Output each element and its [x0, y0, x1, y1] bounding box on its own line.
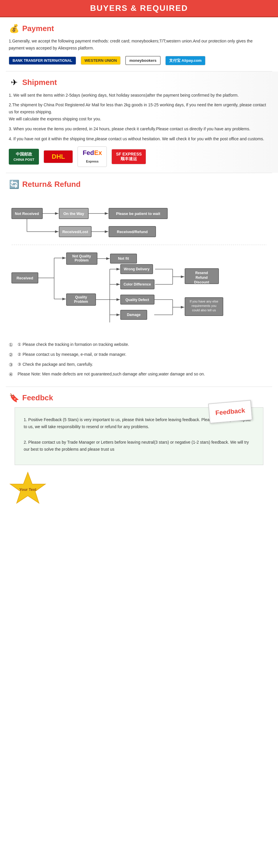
- payment-section: 💰 Payment 1.Generally, we accept the fol…: [0, 17, 278, 71]
- payment-icon: 💰: [9, 23, 19, 34]
- feedback-para-2: 2. Please contact us by Trade Manager or…: [24, 439, 254, 453]
- return-notes: ① ① Please check the tracking in formati…: [9, 341, 269, 378]
- svg-text:Received/Lost: Received/Lost: [62, 229, 89, 234]
- svg-text:Problem: Problem: [74, 300, 88, 304]
- payment-description: 1.Generally, we accept the following pay…: [9, 38, 269, 52]
- svg-text:Quality: Quality: [75, 295, 87, 299]
- moneybookers-logo: moneybookers: [125, 56, 160, 65]
- svg-text:Wrong Delivery: Wrong Delivery: [124, 267, 149, 271]
- star-badge-row: Your Text: [9, 471, 269, 509]
- svg-text:If you have any else: If you have any else: [189, 300, 218, 303]
- svg-text:Please be patient to wait: Please be patient to wait: [116, 211, 161, 216]
- svg-text:Quality Defect: Quality Defect: [126, 298, 149, 302]
- shipping-logos-row: 中国邮政CHINA POST DHL FedExExpress SF EXPRE…: [9, 147, 269, 167]
- feedback-heading: Feedbck: [22, 393, 53, 402]
- star-badge: Your Text: [9, 471, 47, 509]
- flowchart-wrapper: Not Received On the Way Please be patien…: [9, 193, 269, 335]
- shipment-section: ✈ Shipment 1. We will sent the items wit…: [0, 71, 278, 173]
- shipment-para-1: 1. We will sent the items within 2-5days…: [9, 92, 269, 99]
- svg-text:Damage: Damage: [127, 313, 141, 317]
- return-title-row: 🔄 Return& Refund: [9, 179, 269, 189]
- fedex-logo: FedExExpress: [77, 147, 107, 167]
- note-item-1: ① ① Please check the tracking in formati…: [9, 341, 269, 349]
- alipay-logo: 支付宝 Alipay.com: [165, 56, 205, 65]
- note-item-3: ③ ③ Check the package and Item, carefull…: [9, 361, 269, 369]
- return-refund-section: 🔄 Return& Refund Not Received On the Way: [0, 173, 278, 386]
- shipment-para-3: 3. When you receive the items you ordere…: [9, 126, 269, 133]
- note-item-2: ② ② Please contact us by meesage, e-mail…: [9, 351, 269, 359]
- return-icon: 🔄: [9, 179, 19, 189]
- feedback-icon: 🔖: [9, 393, 19, 403]
- header-title: BUYERS & REQUIRED: [0, 3, 278, 13]
- svg-text:Discount: Discount: [194, 280, 209, 284]
- shipment-para-4: 4. If you have not got it within the shi…: [9, 135, 269, 143]
- feedback-content: Feedback 1. Positive Feedback (5 Stars) …: [14, 407, 264, 465]
- svg-text:Received/Refund: Received/Refund: [117, 229, 148, 234]
- shipment-title-row: ✈ Shipment: [9, 77, 269, 88]
- note-item-4: ④ Please Note: Men made defects are not …: [9, 371, 269, 378]
- svg-text:Not Received: Not Received: [15, 211, 39, 216]
- bank-transfer-logo: BANK TRANSFER INTERNATIONAL: [9, 57, 76, 65]
- shipment-para-2: 2.The shipment by China Post Registered …: [9, 102, 269, 122]
- feedback-note: Feedback: [208, 400, 252, 424]
- svg-text:Not Quality: Not Quality: [72, 254, 91, 258]
- flowchart-svg: Not Received On the Way Please be patien…: [9, 193, 269, 334]
- svg-text:Problem: Problem: [75, 258, 89, 262]
- svg-text:Refund: Refund: [196, 276, 207, 280]
- svg-text:requirements you: requirements you: [192, 304, 216, 308]
- dhl-logo: DHL: [44, 150, 73, 163]
- feedback-section: 🔖 Feedbck Feedback 1. Positive Feedback …: [0, 387, 278, 515]
- svg-text:Color Difference: Color Difference: [124, 282, 151, 286]
- svg-text:On the Way: On the Way: [63, 211, 84, 216]
- china-post-logo: 中国邮政CHINA POST: [9, 149, 39, 164]
- svg-text:Received: Received: [16, 276, 33, 280]
- payment-logos-row: BANK TRANSFER INTERNATIONAL WESTERN UNIO…: [9, 56, 269, 65]
- shipment-icon: ✈: [9, 77, 19, 88]
- svg-text:Resend: Resend: [195, 271, 208, 275]
- shipment-heading: Shipment: [22, 78, 57, 87]
- svg-text:Your Text: Your Text: [19, 487, 37, 492]
- star-svg: Your Text: [9, 471, 47, 509]
- payment-title-row: 💰 Payment: [9, 23, 269, 34]
- header-banner: BUYERS & REQUIRED: [0, 0, 278, 17]
- svg-text:could also tell us: could also tell us: [192, 308, 216, 312]
- payment-heading: Payment: [22, 24, 54, 33]
- return-heading: Return& Refund: [22, 180, 80, 189]
- western-union-logo: WESTERN UNION: [81, 56, 121, 65]
- sf-express-logo: SF EXPRESS顺丰速运: [111, 149, 146, 164]
- svg-text:Not fit: Not fit: [118, 256, 129, 260]
